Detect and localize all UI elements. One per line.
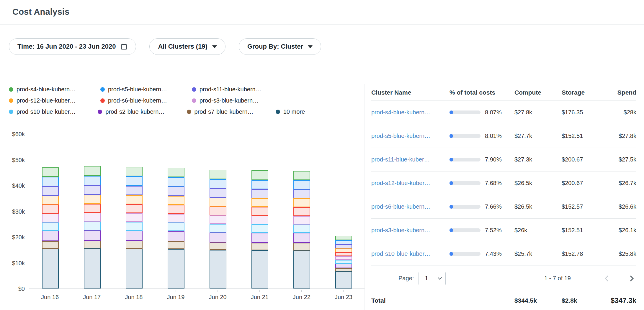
bar-segment[interactable]	[84, 222, 101, 230]
page-select[interactable]: 1	[419, 272, 446, 285]
bar-segment[interactable]	[335, 244, 352, 248]
bar-segment[interactable]	[126, 231, 143, 241]
bar-segment[interactable]	[126, 204, 143, 213]
bar-segment[interactable]	[168, 241, 184, 249]
bar-segment[interactable]	[42, 231, 59, 241]
bar-segment[interactable]	[335, 252, 352, 256]
bar-segment[interactable]	[210, 188, 226, 197]
bar-segment[interactable]	[84, 204, 101, 213]
bar-segment[interactable]	[293, 198, 310, 207]
bar-segment[interactable]	[293, 171, 310, 180]
cluster-name-link[interactable]: prod-s12-blue-kuber…	[371, 180, 444, 187]
bar-segment[interactable]	[168, 168, 184, 177]
bar-segment[interactable]	[335, 268, 352, 271]
bar-segment[interactable]	[251, 180, 268, 189]
bar-segment[interactable]	[126, 176, 143, 186]
bar-jun-23[interactable]	[335, 134, 352, 288]
bar-jun-22[interactable]	[293, 134, 310, 288]
bar-segment[interactable]	[251, 216, 268, 224]
bar-segment[interactable]	[210, 224, 226, 233]
bar-segment[interactable]	[84, 166, 101, 176]
cluster-name-link[interactable]: prod-s6-blue-kubern…	[371, 203, 444, 210]
bar-segment[interactable]	[251, 224, 268, 233]
legend-item[interactable]: prod-s10-blue-kuber…	[9, 108, 98, 115]
bar-segment[interactable]	[84, 185, 101, 195]
bar-segment[interactable]	[251, 189, 268, 198]
bar-segment[interactable]	[126, 186, 143, 195]
bar-segment[interactable]	[168, 249, 184, 288]
bar-segment[interactable]	[168, 187, 184, 196]
bar-jun-21[interactable]	[251, 134, 268, 288]
clusters-filter-dropdown[interactable]: All Clusters (19)	[149, 38, 225, 55]
bar-segment[interactable]	[293, 216, 310, 225]
bar-segment[interactable]	[293, 233, 310, 243]
bar-segment[interactable]	[126, 167, 143, 176]
bar-segment[interactable]	[42, 196, 59, 205]
bar-segment[interactable]	[126, 241, 143, 248]
bar-segment[interactable]	[168, 205, 184, 214]
bar-segment[interactable]	[251, 170, 268, 180]
bar-segment[interactable]	[42, 241, 59, 248]
bar-segment[interactable]	[168, 222, 184, 231]
bar-segment[interactable]	[84, 195, 101, 204]
bar-segment[interactable]	[42, 249, 59, 288]
bar-segment[interactable]	[210, 179, 226, 188]
cluster-name-link[interactable]: prod-s4-blue-kubern…	[371, 109, 444, 116]
bar-segment[interactable]	[293, 243, 310, 250]
bar-segment[interactable]	[42, 186, 59, 195]
bar-segment[interactable]	[210, 207, 226, 215]
legend-item[interactable]: prod-s5-blue-kubern…	[100, 86, 192, 93]
cluster-name-link[interactable]: prod-s11-blue-kuber…	[371, 156, 444, 163]
bar-segment[interactable]	[42, 214, 59, 222]
bar-segment[interactable]	[210, 243, 226, 250]
legend-item[interactable]: prod-s4-blue-kubern…	[9, 86, 100, 93]
group-by-dropdown[interactable]: Group By: Cluster	[239, 38, 321, 55]
bar-jun-19[interactable]	[168, 134, 184, 288]
bar-segment[interactable]	[84, 241, 101, 248]
bar-jun-20[interactable]	[210, 134, 226, 288]
bar-segment[interactable]	[251, 207, 268, 216]
cluster-name-link[interactable]: prod-s3-blue-kubern…	[371, 227, 444, 234]
bar-segment[interactable]	[84, 248, 101, 288]
bar-segment[interactable]	[42, 167, 59, 177]
legend-item[interactable]: prod-s11-blue-kubern…	[192, 86, 283, 93]
legend-item[interactable]: 10 more	[276, 108, 365, 115]
bar-segment[interactable]	[293, 189, 310, 199]
legend-item[interactable]: prod-s6-blue-kubern…	[100, 97, 192, 104]
bar-segment[interactable]	[335, 240, 352, 244]
bar-segment[interactable]	[251, 250, 268, 288]
bar-segment[interactable]	[168, 177, 184, 187]
cluster-name-link[interactable]: prod-s5-blue-kubern…	[371, 133, 444, 139]
legend-item[interactable]: prod-s2-blue-kubern…	[98, 108, 187, 115]
bar-segment[interactable]	[210, 170, 226, 179]
bar-segment[interactable]	[42, 205, 59, 214]
bar-segment[interactable]	[126, 213, 143, 222]
previous-page-button[interactable]	[603, 274, 612, 283]
bar-segment[interactable]	[42, 177, 59, 186]
bar-segment[interactable]	[335, 271, 352, 288]
bar-segment[interactable]	[335, 264, 352, 268]
bar-segment[interactable]	[251, 233, 268, 243]
bar-segment[interactable]	[210, 250, 226, 288]
bar-segment[interactable]	[168, 214, 184, 223]
bar-segment[interactable]	[84, 213, 101, 222]
bar-jun-16[interactable]	[42, 134, 59, 288]
bar-segment[interactable]	[293, 180, 310, 189]
bar-segment[interactable]	[210, 198, 226, 207]
bar-jun-18[interactable]	[126, 134, 143, 288]
bar-segment[interactable]	[293, 250, 310, 288]
bar-segment[interactable]	[293, 207, 310, 216]
legend-item[interactable]: prod-s3-blue-kubern…	[192, 97, 283, 104]
bar-jun-17[interactable]	[84, 134, 101, 288]
bar-segment[interactable]	[210, 233, 226, 243]
page-select-caret-button[interactable]	[434, 272, 445, 285]
bar-segment[interactable]	[84, 230, 101, 241]
bar-segment[interactable]	[126, 195, 143, 204]
bar-segment[interactable]	[42, 222, 59, 231]
bar-segment[interactable]	[293, 225, 310, 233]
bar-segment[interactable]	[335, 260, 352, 264]
legend-item[interactable]: prod-s12-blue-kuber…	[9, 97, 100, 104]
cluster-name-link[interactable]: prod-s10-blue-kuber…	[371, 250, 444, 257]
bar-segment[interactable]	[251, 198, 268, 207]
bar-segment[interactable]	[251, 243, 268, 250]
